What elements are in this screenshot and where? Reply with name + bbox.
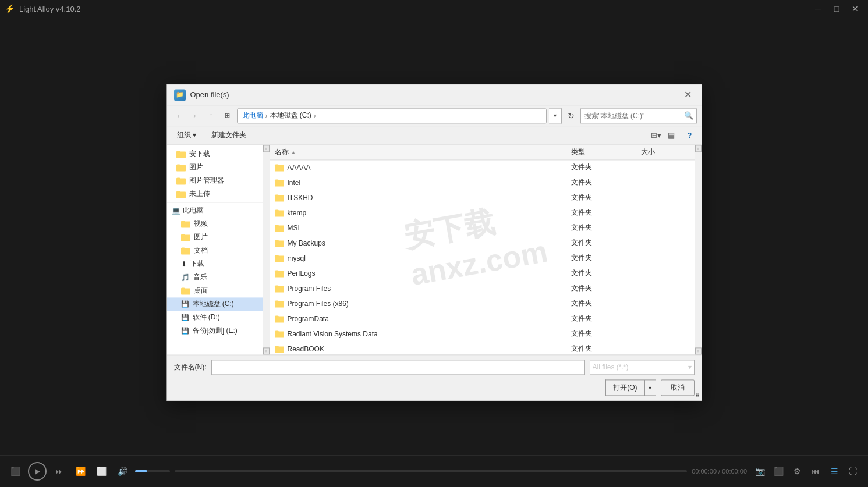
player-playlist-button[interactable]: ☰: [826, 463, 842, 479]
dialog-close-button[interactable]: ✕: [682, 88, 695, 101]
sidebar-item-pic[interactable]: 图片: [167, 161, 263, 174]
sidebar-label-anzaixia: 安下载: [189, 149, 210, 159]
file-row-ktemp[interactable]: ktemp 文件夹: [270, 205, 695, 221]
player-volume-button[interactable]: 🔊: [114, 463, 130, 479]
new-folder-button[interactable]: 新建文件夹: [206, 129, 251, 143]
cancel-button[interactable]: 取消: [661, 379, 695, 396]
file-row-itskhd[interactable]: ITSKHD 文件夹: [270, 190, 695, 205]
sidebar-label-desktop: 桌面: [194, 286, 208, 296]
player-screenshot-button[interactable]: 📷: [752, 463, 768, 479]
player-settings-button[interactable]: ⚙: [789, 463, 805, 479]
close-button[interactable]: ✕: [847, 2, 863, 15]
player-progress-bar[interactable]: [175, 470, 687, 472]
player-fullscreen-button[interactable]: ⛶: [845, 463, 861, 479]
column-header-size[interactable]: 大小: [636, 145, 695, 159]
maximize-button[interactable]: □: [828, 2, 845, 15]
filename-input[interactable]: [211, 360, 585, 375]
nav-up-button[interactable]: ↑: [204, 109, 218, 123]
file-row-programfiles[interactable]: Program Files 文件夹: [270, 281, 695, 296]
nav-back-button[interactable]: ‹: [172, 109, 186, 123]
view-mode-button[interactable]: ⊞▾: [649, 129, 663, 143]
file-type-perflogs: 文件夹: [566, 268, 636, 278]
open-button[interactable]: 打开(O): [605, 379, 644, 396]
resize-handle[interactable]: ⠿: [695, 393, 699, 399]
breadcrumb-drive[interactable]: 本地磁盘 (C:): [270, 111, 311, 120]
pane-button[interactable]: ▤: [664, 129, 678, 143]
player-stop-button[interactable]: ⬛: [7, 463, 23, 479]
help-button[interactable]: ?: [683, 129, 697, 143]
file-type-programdata: 文件夹: [566, 314, 636, 324]
sidebar-item-edrive[interactable]: 💾 备份[勿删] (E:): [167, 324, 263, 337]
file-row-programdata[interactable]: ProgramData 文件夹: [270, 311, 695, 326]
file-type-programfiles: 文件夹: [566, 283, 636, 293]
folder-icon-perflogs: [275, 269, 284, 277]
breadcrumb-dropdown[interactable]: ▾: [549, 108, 562, 123]
folder-icon-programfilesx86: [275, 300, 284, 307]
file-name-programfilesx86: Program Files (x86): [288, 300, 349, 308]
col-sort-indicator: ▲: [291, 150, 296, 155]
volume-slider[interactable]: [135, 470, 170, 472]
search-input[interactable]: [581, 112, 681, 120]
player-aspect-button[interactable]: ⬛: [770, 463, 786, 479]
toolbar: 组织 ▾ 新建文件夹 ⊞▾ ▤ ?: [167, 126, 702, 145]
column-header-name[interactable]: 名称 ▲: [270, 145, 566, 159]
sidebar-section-pc[interactable]: 💻 此电脑: [167, 204, 263, 217]
file-type-readbook: 文件夹: [566, 344, 636, 354]
player-next-chapter-button[interactable]: ⏭: [51, 463, 68, 479]
search-button[interactable]: 🔍: [681, 108, 696, 123]
sidebar-item-upload[interactable]: 未上传: [167, 187, 263, 201]
file-type-msi: 文件夹: [566, 223, 636, 233]
file-list-scrollbar[interactable]: ▲ ▼: [695, 145, 702, 354]
player-play-button[interactable]: ▶: [28, 462, 47, 481]
view-buttons: ⊞▾ ▤: [649, 129, 678, 143]
sidebar-item-cdrive[interactable]: 💾 本地磁盘 (C:): [167, 297, 263, 311]
scrollbar-up-btn[interactable]: ▲: [263, 145, 270, 152]
sidebar-item-picman[interactable]: 图片管理器: [167, 174, 263, 187]
sidebar-item-ddrive[interactable]: 💾 软件 (D:): [167, 311, 263, 324]
nav-refresh-button[interactable]: ↻: [564, 109, 578, 123]
sidebar-item-anzaixia[interactable]: 安下载: [167, 147, 263, 161]
sidebar-item-videos[interactable]: 视频: [167, 217, 263, 230]
nav-tree-button[interactable]: ⊞: [221, 109, 235, 123]
minimize-button[interactable]: ─: [810, 2, 826, 15]
sidebar-item-desktop[interactable]: 桌面: [167, 284, 263, 297]
sidebar-scrollbar[interactable]: ▲ ▼: [263, 145, 270, 354]
sidebar-item-pictures[interactable]: 图片: [167, 230, 263, 244]
scrollbar-down-btn[interactable]: ▼: [263, 347, 270, 354]
drive-icon-e: 💾: [181, 327, 189, 335]
folder-icon-ktemp: [275, 209, 284, 216]
download-icon: ⬇: [181, 260, 187, 268]
column-header-type[interactable]: 类型: [566, 145, 636, 159]
file-type-mysql: 文件夹: [566, 253, 636, 263]
organize-button[interactable]: 组织 ▾: [172, 129, 201, 143]
filetype-select[interactable]: All files (*.*) ▾: [590, 360, 695, 375]
file-row-readbook[interactable]: ReadBOOK 文件夹: [270, 342, 695, 354]
file-row-mybackups[interactable]: My Backups 文件夹: [270, 236, 695, 251]
player-prev-button[interactable]: ⏮: [807, 463, 824, 479]
title-bar: ⚡ Light Alloy v4.10.2 ─ □ ✕: [0, 0, 868, 17]
player-next-file-button[interactable]: ⏩: [72, 463, 88, 479]
file-row-perflogs[interactable]: PerfLogs 文件夹: [270, 266, 695, 281]
file-type-programfilesx86: 文件夹: [566, 298, 636, 308]
file-row-intel[interactable]: Intel 文件夹: [270, 175, 695, 190]
player-window-button[interactable]: ⬜: [93, 463, 109, 479]
folder-icon-pictures: [181, 233, 190, 241]
nav-forward-button[interactable]: ›: [188, 109, 202, 123]
sidebar-item-downloads[interactable]: ⬇ 下载: [167, 257, 263, 271]
file-row-mysql[interactable]: mysql 文件夹: [270, 251, 695, 266]
filelist-scroll-up[interactable]: ▲: [695, 145, 702, 152]
sidebar-item-docs[interactable]: 文档: [167, 244, 263, 257]
open-dropdown-button[interactable]: ▾: [644, 379, 656, 396]
sidebar-item-music[interactable]: 🎵 音乐: [167, 271, 263, 284]
breadcrumb: 此电脑 › 本地磁盘 (C:) ›: [237, 108, 547, 123]
breadcrumb-pc[interactable]: 此电脑: [242, 111, 263, 120]
file-row-msi[interactable]: MSI 文件夹: [270, 221, 695, 236]
sidebar-label-upload: 未上传: [189, 189, 210, 199]
file-row-programfilesx86[interactable]: Program Files (x86) 文件夹: [270, 296, 695, 311]
file-list: AAAAA 文件夹 Intel 文件夹 ITSKHD 文件夹: [270, 160, 695, 354]
dialog-title-left: 📁 Open file(s): [174, 89, 229, 101]
filelist-scroll-down[interactable]: ▼: [695, 347, 702, 354]
file-row-radiant[interactable]: Radiant Vision Systems Data 文件夹: [270, 326, 695, 342]
col-type-label: 类型: [571, 147, 585, 157]
file-row-aaaaa[interactable]: AAAAA 文件夹: [270, 160, 695, 175]
